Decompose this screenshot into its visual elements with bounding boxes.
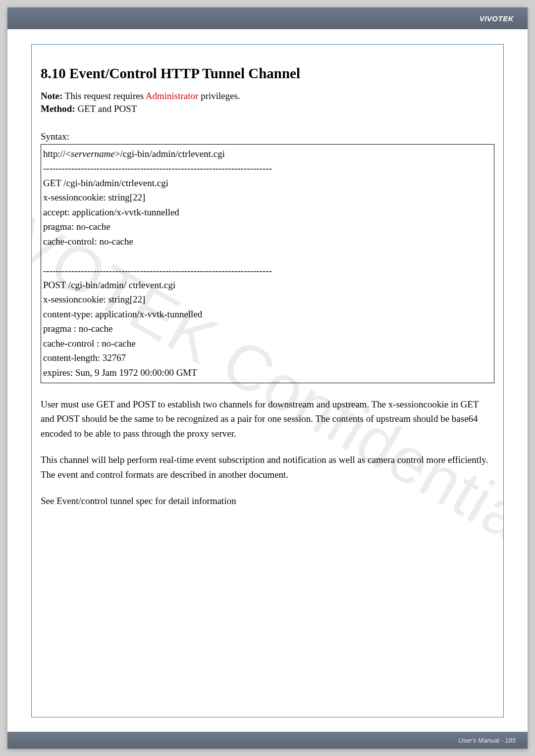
post-l2: x-sessioncookie: string[22]	[43, 294, 145, 304]
note-line: Note: This request requires Administrato…	[41, 91, 494, 101]
post-l4: pragma : no-cache	[43, 323, 112, 334]
note-text-after: privileges.	[198, 91, 240, 101]
syntax-cell: http://<servername>/cgi-bin/admin/ctrlev…	[41, 145, 494, 383]
get-l3: accept: application/x-vvtk-tunnelled	[43, 207, 179, 217]
section-title: 8.10 Event/Control HTTP Tunnel Channel	[41, 65, 494, 82]
dash-line-1: ----------------------------------------…	[43, 163, 272, 173]
post-l3: content-type: application/x-vvtk-tunnell…	[43, 309, 202, 319]
note-admin: Administrator	[146, 91, 199, 101]
paragraph-2: This channel will help perform real-time…	[41, 453, 494, 482]
syntax-url-server: servername	[71, 149, 115, 159]
get-l1: GET /cgi-bin/admin/ctrlevent.cgi	[43, 178, 168, 188]
dash-line-2: ----------------------------------------…	[43, 265, 272, 276]
post-l7: expires: Sun, 9 Jam 1972 00:00:00 GMT	[43, 367, 197, 378]
note-text-before: This request requires	[62, 91, 145, 101]
header-band: VIVOTEK	[7, 7, 528, 29]
page: VIVOTEK VIVOTEK Confidential 8.10 Event/…	[7, 7, 528, 749]
content-wrap: VIVOTEK Confidential 8.10 Event/Control …	[7, 29, 528, 749]
brand-label: VIVOTEK	[480, 14, 514, 23]
get-l5: cache-control: no-cache	[43, 236, 133, 247]
method-line: Method: GET and POST	[41, 103, 494, 114]
syntax-url-suffix: >/cgi-bin/admin/ctrlevent.cgi	[115, 149, 225, 159]
get-l4: pragma: no-cache	[43, 221, 110, 232]
syntax-box: http://<servername>/cgi-bin/admin/ctrlev…	[41, 144, 494, 383]
syntax-url-prefix: http://<	[43, 149, 71, 159]
content-inner: 8.10 Event/Control HTTP Tunnel Channel N…	[41, 65, 494, 508]
paragraph-3: See Event/control tunnel spec for detail…	[41, 494, 494, 508]
paragraph-1: User must use GET and POST to establish …	[41, 397, 494, 441]
footer-text: User's Manual - 185	[458, 737, 516, 744]
get-l2: x-sessioncookie: string[22]	[43, 192, 145, 202]
note-label: Note:	[41, 91, 62, 101]
post-l5: cache-control : no-cache	[43, 338, 136, 349]
post-l6: content-length: 32767	[43, 353, 126, 363]
footer-band: User's Manual - 185	[7, 732, 528, 749]
content-box: VIVOTEK Confidential 8.10 Event/Control …	[31, 44, 504, 717]
syntax-label: Syntax:	[41, 131, 494, 142]
method-value: GET and POST	[75, 103, 137, 114]
post-l1: POST /cgi-bin/admin/ ctrlevent.cgi	[43, 280, 175, 290]
method-label: Method:	[41, 103, 75, 114]
